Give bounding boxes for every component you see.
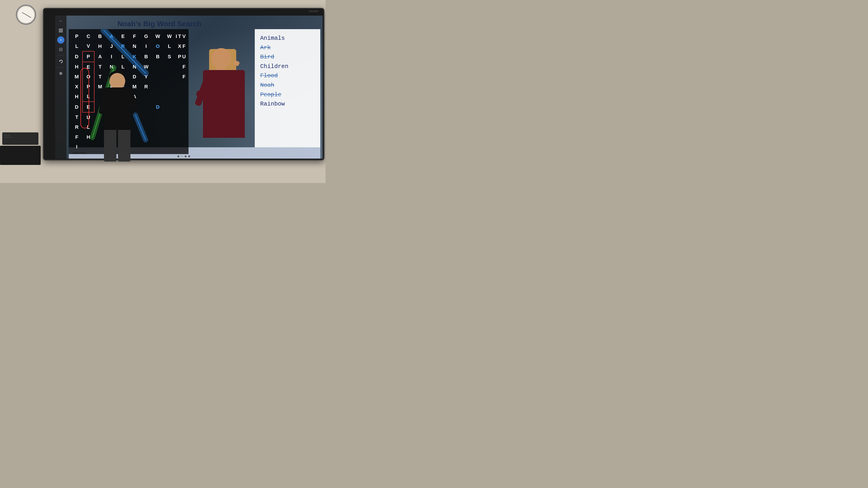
grid-cell[interactable]: W bbox=[141, 62, 152, 72]
grid-cell[interactable]: K bbox=[129, 51, 140, 62]
grid-cell[interactable]: L bbox=[117, 62, 129, 72]
grid-cell[interactable]: F bbox=[182, 62, 186, 72]
grid-cell[interactable] bbox=[94, 92, 106, 102]
grid-cell[interactable]: R bbox=[141, 82, 152, 92]
grid-cell[interactable] bbox=[141, 92, 152, 102]
grid-cell[interactable] bbox=[94, 142, 106, 152]
grid-cell[interactable] bbox=[129, 123, 140, 132]
grid-cell[interactable]: U bbox=[83, 112, 94, 123]
grid-cell[interactable]: E bbox=[117, 31, 129, 41]
grid-cell[interactable] bbox=[164, 132, 176, 142]
grid-cell[interactable] bbox=[152, 62, 164, 72]
grid-cell[interactable]: R bbox=[117, 41, 129, 51]
grid-cell[interactable] bbox=[164, 92, 176, 102]
grid-cell[interactable]: N bbox=[129, 41, 140, 51]
grid-cell[interactable] bbox=[178, 142, 182, 152]
grid-cell[interactable] bbox=[178, 82, 182, 92]
grid-cell[interactable] bbox=[141, 132, 152, 142]
undo-button[interactable] bbox=[57, 58, 64, 65]
grid-cell[interactable] bbox=[152, 72, 164, 82]
grid-cell[interactable]: P bbox=[71, 31, 83, 41]
grid-cell[interactable] bbox=[164, 102, 176, 112]
grid-cell[interactable]: W bbox=[164, 31, 176, 41]
grid-cell[interactable]: X bbox=[178, 41, 182, 51]
annotation-button[interactable] bbox=[57, 46, 64, 53]
grid-cell[interactable] bbox=[175, 62, 178, 72]
smart-board-screen[interactable]: ← Noah's Big Word Search bbox=[55, 15, 322, 159]
grid-cell[interactable]: L bbox=[83, 92, 94, 102]
grid-cell[interactable] bbox=[182, 132, 186, 142]
grid-cell[interactable]: S bbox=[164, 51, 176, 62]
grid-cell[interactable] bbox=[94, 123, 106, 132]
grid-cell[interactable]: G bbox=[141, 31, 152, 41]
grid-cell[interactable]: L bbox=[71, 41, 83, 51]
back-button[interactable]: ← bbox=[57, 18, 64, 25]
grid-cell[interactable] bbox=[175, 102, 178, 112]
grid-cell[interactable]: M bbox=[94, 82, 106, 92]
grid-cell[interactable] bbox=[106, 132, 117, 142]
grid-cell[interactable]: W bbox=[152, 31, 164, 41]
grid-cell[interactable] bbox=[129, 132, 140, 142]
grid-cell[interactable]: P bbox=[83, 51, 94, 62]
grid-cell[interactable]: D bbox=[152, 102, 164, 112]
grid-cell[interactable] bbox=[117, 123, 129, 132]
grid-cell[interactable]: D bbox=[129, 72, 140, 82]
grid-cell[interactable] bbox=[164, 112, 176, 123]
grid-cell[interactable]: I bbox=[141, 41, 152, 51]
grid-cell[interactable] bbox=[83, 142, 94, 152]
grid-cell[interactable]: A bbox=[106, 31, 117, 41]
settings-button[interactable] bbox=[57, 70, 64, 77]
grid-cell[interactable]: L bbox=[83, 123, 94, 132]
menu-button[interactable] bbox=[57, 27, 64, 34]
grid-cell[interactable]: J bbox=[117, 112, 129, 123]
grid-cell[interactable] bbox=[178, 92, 182, 102]
grid-cell[interactable] bbox=[175, 51, 178, 62]
grid-cell[interactable] bbox=[178, 132, 182, 142]
grid-cell[interactable] bbox=[164, 142, 176, 152]
grid-cell[interactable] bbox=[141, 112, 152, 123]
grid-cell[interactable] bbox=[178, 102, 182, 112]
grid-cell[interactable] bbox=[129, 112, 140, 123]
grid-cell[interactable]: E bbox=[117, 82, 129, 92]
grid-cell[interactable] bbox=[182, 112, 186, 123]
grid-cell[interactable]: A bbox=[106, 82, 117, 92]
grid-cell[interactable] bbox=[182, 102, 186, 112]
grid-cell[interactable]: V bbox=[83, 41, 94, 51]
grid-cell[interactable]: A bbox=[94, 51, 106, 62]
grid-cell[interactable] bbox=[152, 112, 164, 123]
grid-cell[interactable] bbox=[175, 41, 178, 51]
grid-cell[interactable]: E bbox=[83, 102, 94, 112]
grid-cell[interactable]: T bbox=[71, 112, 83, 123]
grid-cell[interactable]: H bbox=[71, 62, 83, 72]
grid-cell[interactable]: B bbox=[152, 51, 164, 62]
grid-cell[interactable] bbox=[152, 132, 164, 142]
grid-cell[interactable]: B bbox=[106, 72, 117, 82]
grid-cell[interactable]: O bbox=[83, 72, 94, 82]
grid-cell[interactable] bbox=[175, 92, 178, 102]
grid-cell[interactable]: D bbox=[71, 51, 83, 62]
grid-cell[interactable]: T bbox=[178, 31, 182, 41]
grid-cell[interactable] bbox=[94, 102, 106, 112]
grid-cell[interactable]: L bbox=[117, 51, 129, 62]
grid-cell[interactable] bbox=[175, 112, 178, 123]
grid-cell[interactable] bbox=[178, 123, 182, 132]
grid-cell[interactable]: X bbox=[71, 82, 83, 92]
grid-cell[interactable]: M bbox=[129, 82, 140, 92]
grid-cell[interactable]: D bbox=[71, 102, 83, 112]
grid-cell[interactable] bbox=[164, 62, 176, 72]
grid-cell[interactable]: T bbox=[94, 72, 106, 82]
grid-cell[interactable]: H bbox=[71, 92, 83, 102]
grid-cell[interactable] bbox=[164, 123, 176, 132]
grid-cell[interactable]: D bbox=[129, 102, 140, 112]
grid-cell[interactable]: C bbox=[83, 31, 94, 41]
grid-cell[interactable] bbox=[175, 82, 178, 92]
grid-cell[interactable]: R bbox=[71, 123, 83, 132]
grid-cell[interactable]: F bbox=[129, 31, 140, 41]
grid-cell[interactable]: H bbox=[83, 132, 94, 142]
grid-cell[interactable] bbox=[152, 123, 164, 132]
grid-cell[interactable]: N bbox=[129, 62, 140, 72]
grid-cell[interactable] bbox=[178, 112, 182, 123]
grid-cell[interactable]: E bbox=[83, 62, 94, 72]
grid-cell[interactable] bbox=[94, 112, 106, 123]
grid-cell[interactable]: O bbox=[152, 41, 164, 51]
